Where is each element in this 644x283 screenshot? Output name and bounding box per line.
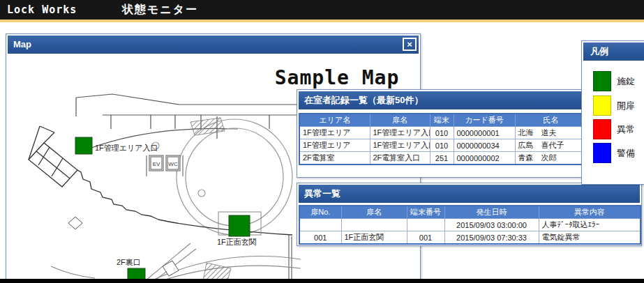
column-header: 扉No. — [299, 206, 341, 219]
cell: 010 — [430, 139, 454, 152]
legend-window-title: 凡例 — [590, 46, 608, 56]
door-marker-label: 2F裏口 — [117, 258, 141, 266]
cell: 電気錠異常 — [539, 231, 641, 245]
cell: 010 — [430, 127, 454, 139]
cell: 1F管理エリア入口 — [370, 127, 430, 139]
cell: 001 — [407, 231, 444, 245]
guard-status-swatch — [593, 143, 611, 163]
cell: 1F管理エリア — [299, 139, 370, 152]
occupancy-table: エリア名 扉名 端末 カード番号 氏名 1F管理エリア 1F管理エリア入口 01… — [299, 113, 587, 165]
map-bottom-arcs — [51, 243, 301, 281]
cell: 0000000001 — [454, 127, 515, 139]
cell: 251 — [430, 152, 454, 165]
cell: 0000000034 — [454, 139, 515, 152]
legend-window: 凡例 施錠 開扉 異常 警備 — [581, 40, 644, 185]
cell: 1F管理エリア入口 — [370, 139, 430, 152]
map-window-title: Map — [13, 39, 31, 49]
legend-body: 施錠 開扉 異常 警備 — [583, 61, 644, 183]
page-title: 状態モニター — [122, 3, 198, 17]
legend-label: 開扉 — [617, 100, 635, 112]
legend-window-titlebar[interactable]: 凡例 — [583, 43, 644, 61]
occupancy-window-titlebar[interactable]: 在室者記録一覧（最新50件） — [299, 91, 586, 109]
column-header: 端末 — [430, 114, 454, 127]
cell: 0000000002 — [454, 152, 515, 165]
cell: 2015/09/03 07:30:33 — [444, 231, 539, 245]
door-marker-label: 1F正面玄関 — [217, 238, 257, 246]
cell — [407, 219, 444, 231]
map-left-wing — [29, 126, 77, 187]
table-row: 1F管理エリア 1F管理エリア入口 010 0000000001 北海 道夫 — [299, 127, 587, 139]
cell: 北海 道夫 — [515, 127, 587, 139]
error-status-swatch — [593, 119, 611, 139]
map-diamond-left — [68, 217, 82, 229]
anomaly-window-titlebar[interactable]: 異常一覧 — [299, 185, 640, 203]
map-outer-wall — [77, 170, 292, 235]
map-title-text: Sample Map — [275, 66, 400, 89]
cell — [299, 219, 341, 231]
door-marker-1f-front[interactable] — [229, 215, 250, 236]
column-header: 氏名 — [515, 114, 587, 127]
legend-item-locked: 施錠 — [593, 71, 635, 91]
door-marker-label: 1F管理エリア入口 — [95, 144, 158, 152]
cell: 青森 次郎 — [515, 152, 587, 165]
cell: 2F電算室入口 — [370, 152, 430, 165]
door-marker-1f-kanri[interactable] — [75, 137, 92, 154]
legend-label: 警備 — [617, 147, 635, 160]
stairs-hatch-top — [190, 118, 225, 135]
table-row: 2015/09/03 03:00:00 人事ﾃﾞｰﾀ取込ｴﾗｰ — [299, 219, 641, 231]
cell: 1F管理エリア — [299, 127, 370, 139]
column-header: 扉名 — [341, 206, 407, 219]
legend-item-open: 開扉 — [593, 95, 635, 116]
legend-label: 異常 — [617, 123, 635, 136]
table-row: 001 1F正面玄関 001 2015/09/03 07:30:33 電気錠異常 — [299, 231, 641, 245]
occupancy-window: 在室者記録一覧（最新50件） エリア名 扉名 端末 カード番号 氏名 1F管理エ… — [297, 89, 588, 178]
column-header: 異常内容 — [539, 206, 641, 219]
map-diamond-bottom — [163, 261, 179, 276]
cell: 2F電算室 — [299, 152, 370, 165]
table-row: 2F電算室 2F電算室入口 251 0000000002 青森 次郎 — [299, 152, 587, 165]
map-ring — [152, 119, 292, 235]
table-header-row: エリア名 扉名 端末 カード番号 氏名 — [299, 114, 587, 127]
legend-item-guard: 警備 — [593, 143, 635, 163]
wc-label: WC — [168, 161, 178, 167]
cell: 人事ﾃﾞｰﾀ取込ｴﾗｰ — [539, 219, 641, 231]
legend-item-error: 異常 — [593, 119, 635, 139]
cell: 2015/09/03 03:00:00 — [444, 219, 539, 231]
top-bar: Lock Works 状態モニター — [0, 0, 644, 20]
locked-status-swatch — [593, 71, 611, 91]
table-header-row: 扉No. 扉名 端末番号 発生日時 異常内容 — [299, 206, 641, 219]
accent-divider — [0, 20, 644, 22]
anomaly-window: 異常一覧 扉No. 扉名 端末番号 発生日時 異常内容 2015/09/03 0… — [297, 183, 642, 246]
legend-label: 施錠 — [617, 75, 635, 88]
cell — [341, 219, 407, 231]
column-header: 発生日時 — [444, 206, 539, 219]
elevator-label: EV — [153, 161, 160, 167]
anomaly-table: 扉No. 扉名 端末番号 発生日時 異常内容 2015/09/03 03:00:… — [299, 205, 641, 245]
brand-logo-text: Lock Works — [7, 3, 77, 16]
column-header: カード番号 — [454, 114, 515, 127]
cell: 広島 喜代子 — [515, 139, 587, 152]
open-status-swatch — [593, 95, 611, 116]
column-header: エリア名 — [299, 114, 370, 127]
cell: 001 — [299, 231, 341, 245]
table-row: 1F管理エリア 1F管理エリア入口 010 0000000034 広島 喜代子 — [299, 139, 587, 152]
column-header: 端末番号 — [407, 206, 444, 219]
map-window-titlebar[interactable]: Map × — [8, 36, 419, 54]
close-icon[interactable]: × — [403, 38, 417, 51]
anomaly-window-title: 異常一覧 — [304, 188, 340, 199]
column-header: 扉名 — [370, 114, 430, 127]
bottom-edge-bar — [0, 279, 644, 283]
occupancy-window-title: 在室者記録一覧（最新50件） — [304, 95, 423, 105]
cell: 1F正面玄関 — [341, 231, 407, 245]
